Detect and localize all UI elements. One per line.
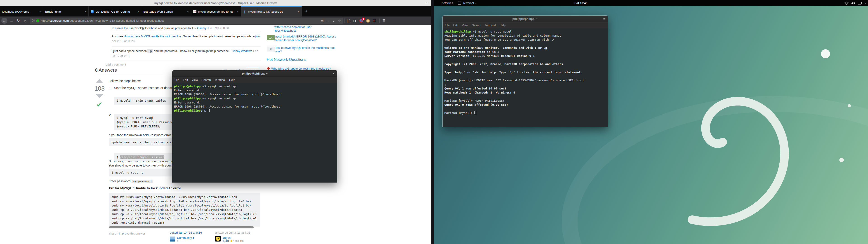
terminal-line <box>444 42 606 46</box>
pocket-icon[interactable]: ⌄ <box>333 19 335 23</box>
terminal-line: philipp@philipp:~$ mysql -u root -p <box>174 84 336 88</box>
browser-tab[interactable]: Startpage Web Search× <box>141 6 191 17</box>
url-text[interactable]: https://superuser.com/questions/603026/m… <box>41 19 320 22</box>
forward-icon[interactable]: → <box>8 18 15 24</box>
greasemonkey-icon[interactable] <box>366 19 370 23</box>
browser-tab[interactable]: {mysql how to fix Access de× <box>241 6 302 17</box>
tab-title: Get Docker CE for Ubuntu <box>96 10 135 13</box>
tab-close-icon[interactable]: × <box>237 10 239 13</box>
comment-user-link[interactable]: Gimmy <box>197 26 206 30</box>
tab-close-icon[interactable]: × <box>85 10 86 13</box>
terminal-menubar: FileEditViewSearchTerminalHelp <box>442 22 608 28</box>
terminal-menu-view[interactable]: View <box>462 24 468 27</box>
window-titlebar[interactable]: mysql how to fix Access denied for user … <box>0 0 431 6</box>
https-lock-icon[interactable] <box>36 20 39 22</box>
terminal-menu-terminal[interactable]: Terminal <box>215 78 225 82</box>
tab-close-icon[interactable]: × <box>187 10 189 13</box>
reload-icon[interactable]: ↻ <box>15 18 22 24</box>
code-line: sudo mv /usr/local/mysql/data/ib_logfile… <box>112 203 258 208</box>
page-info-icon[interactable]: ⓘ <box>32 19 35 23</box>
focused-app-menu[interactable]: >_ Terminal ▾ <box>456 0 479 6</box>
add-comment-link[interactable]: add a comment <box>106 63 126 66</box>
terminal-menu-terminal[interactable]: Terminal <box>485 24 496 27</box>
downvote-button[interactable] <box>96 94 103 98</box>
terminal-line: Your MariaDB connection id is 2 <box>444 50 606 54</box>
app-menu-label: Terminal <box>463 1 474 5</box>
avatar[interactable] <box>170 236 175 242</box>
browser-tab[interactable]: Get Docker CE for Ubuntu× <box>89 6 141 17</box>
terminal-line: Query OK, 1 row affected (0.00 sec) <box>444 87 606 91</box>
terminal-menu-view[interactable]: View <box>191 78 198 82</box>
new-tab-button[interactable]: + <box>302 6 311 17</box>
terminal-menu-edit[interactable]: Edit <box>183 78 188 82</box>
selected-text: /etc/init.d/mysql restart <box>120 155 164 159</box>
tab-close-icon[interactable]: × <box>39 10 41 13</box>
upvote-button[interactable] <box>96 79 103 83</box>
system-menu-chevron-icon[interactable]: ▾ <box>865 2 866 4</box>
horizontal-scrollbar[interactable] <box>109 226 254 228</box>
browser-tab[interactable]: localhost:8000/home× <box>0 6 43 17</box>
related-question-link[interactable]: with "Access denied for user'root'@'loca… <box>274 25 337 33</box>
terminal-titlebar[interactable]: philipp@philipp: ~ × <box>172 70 337 77</box>
close-icon[interactable]: × <box>603 16 605 22</box>
edited-link[interactable]: edited Jan 14 '16 at 8:16 <box>170 231 208 234</box>
terminal-output[interactable]: philipp@philipp:~$ mysql -u root -pEnter… <box>172 83 337 183</box>
answer-actions: shareimprove this answer <box>109 232 148 235</box>
terminal-menu-edit[interactable]: Edit <box>453 24 458 27</box>
desktop-terminal-window[interactable]: philipp@philipp: ~ × FileEditViewSearchT… <box>442 16 608 127</box>
terminal-menu-help[interactable]: Help <box>229 78 235 82</box>
terminal-menu-search[interactable]: Search <box>202 78 211 82</box>
terminal-output[interactable]: philipp@philipp:~$ mysql -u root mysqlRe… <box>442 28 608 127</box>
terminal-line <box>444 107 606 111</box>
terminal-titlebar[interactable]: philipp@philipp: ~ × <box>442 16 608 22</box>
share-link[interactable]: share <box>109 232 116 235</box>
comment-user-link[interactable]: Vinay Wadhwa <box>233 49 252 53</box>
terminal-line: Welcome to the MariaDB monitor. Commands… <box>444 46 606 50</box>
code-line: sudo cp -a /usr/local/mysql/data/ib_logf… <box>112 212 258 216</box>
bookmark-star-icon[interactable]: ☆ <box>338 19 341 23</box>
close-icon[interactable]: × <box>426 0 428 6</box>
site-icon <box>267 67 270 70</box>
terminal-menu-file[interactable]: File <box>175 78 179 82</box>
browser-tab[interactable]: Bruckmühle× <box>43 6 89 17</box>
sidebar-toggle-icon[interactable]: ◨ <box>353 19 356 23</box>
reader-mode-icon[interactable]: ▤ <box>320 19 323 23</box>
url-bar[interactable]: ⓘ https://superuser.com/questions/603026… <box>30 18 343 24</box>
page-actions-icon[interactable]: ⋯ <box>327 19 330 23</box>
clock[interactable]: Sat 10:40 <box>563 1 599 5</box>
comment-question-link[interactable]: How to have MySQL entitle the root user? <box>124 35 178 38</box>
battery-icon <box>858 2 862 4</box>
screenshot-icon[interactable] <box>373 19 376 22</box>
close-icon[interactable]: × <box>333 70 334 77</box>
comment-user-link[interactable]: jww <box>255 35 260 38</box>
adblock-badge: 3 <box>362 18 365 20</box>
terminal-line: Enter password: <box>174 88 336 92</box>
library-icon[interactable]: |||\ <box>347 19 350 23</box>
terminal-menubar: FileEditViewSearchTerminalHelp <box>172 77 337 83</box>
tab-close-icon[interactable]: × <box>137 10 139 13</box>
adblock-icon[interactable]: 3 <box>360 19 363 23</box>
tab-close-icon[interactable]: × <box>298 10 300 13</box>
terminal-line <box>444 66 606 70</box>
home-icon[interactable]: ⌂ <box>22 18 29 24</box>
terminal-line: philipp@philipp:~$ mysql -u root -p <box>174 96 336 100</box>
sp-favicon-icon: sp <box>193 10 196 13</box>
hamburger-menu-icon[interactable]: ☰ <box>382 19 385 23</box>
back-icon[interactable]: ← <box>1 18 7 24</box>
related-question-link[interactable]: mysql (mariadb) ERROR 1698 (28000): Acce… <box>274 35 337 42</box>
browser-tab[interactable]: spmysql access denied for us× <box>191 6 241 17</box>
terminal-line: Enter password: <box>174 100 336 104</box>
community-user-link[interactable]: Community ♦ <box>177 236 194 240</box>
terminal-menu-help[interactable]: Help <box>500 24 506 27</box>
author-link[interactable]: Yogus <box>222 236 243 240</box>
related-question-link[interactable]: How to have MySQL entitle the machine's … <box>274 46 337 53</box>
improve-link[interactable]: improve this answer <box>119 232 145 235</box>
avatar[interactable] <box>215 236 221 242</box>
terminal-title: philipp@philipp: ~ <box>513 17 538 21</box>
floating-terminal-window[interactable]: philipp@philipp: ~ × FileEditViewSearchT… <box>172 70 337 183</box>
activities-button[interactable]: Activities <box>439 0 456 6</box>
terminal-menu-file[interactable]: File <box>445 24 450 27</box>
terminal-menu-search[interactable]: Search <box>472 24 481 27</box>
hot-question-item[interactable]: Who wins a Grapple contest if the checks… <box>267 67 337 70</box>
terminal-line: MariaDB [mysql]> <box>444 111 606 115</box>
